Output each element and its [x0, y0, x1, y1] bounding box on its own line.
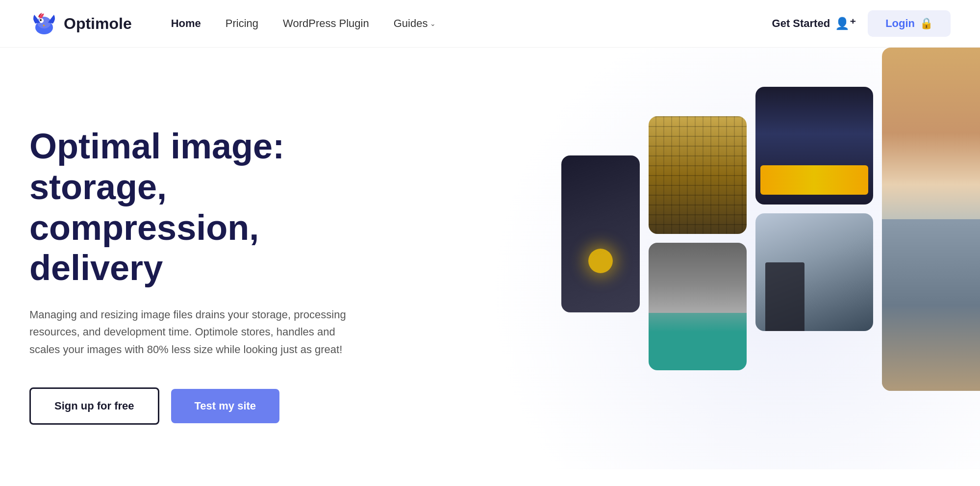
gallery-column-1: [561, 155, 640, 312]
hero-description: Managing and resizing image files drains…: [29, 306, 353, 358]
logo-text: Optimole: [64, 15, 132, 33]
nav-pricing[interactable]: Pricing: [226, 17, 258, 30]
hero-content: Optimal image: storage, compression, del…: [29, 87, 373, 425]
nav-wordpress-plugin[interactable]: WordPress Plugin: [283, 17, 369, 30]
login-label: Login: [885, 17, 915, 30]
gallery-column-3: [755, 87, 873, 331]
nav-guides[interactable]: Guides ⌄: [394, 17, 436, 30]
gallery-img-person: [561, 155, 640, 312]
gallery-img-train: [755, 87, 873, 205]
hero-section: Optimal image: storage, compression, del…: [0, 48, 980, 469]
gallery-img-coast: [882, 48, 980, 391]
header-actions: Get Started 👤⁺ Login 🔒: [772, 10, 951, 37]
main-nav: Home Pricing WordPress Plugin Guides ⌄: [171, 17, 772, 30]
header: Optimole Home Pricing WordPress Plugin G…: [0, 0, 980, 48]
gallery-img-building: [649, 116, 747, 234]
gallery-column-4: [882, 48, 980, 391]
lock-icon: 🔒: [920, 17, 933, 30]
gallery-column-2: [649, 116, 747, 370]
gallery-img-woman: [649, 243, 747, 370]
signup-button[interactable]: Sign up for free: [29, 387, 159, 425]
hero-title: Optimal image: storage, compression, del…: [29, 126, 373, 288]
hero-buttons: Sign up for free Test my site: [29, 387, 373, 425]
logo-icon: [29, 9, 59, 38]
nav-home[interactable]: Home: [171, 17, 201, 30]
login-button[interactable]: Login 🔒: [868, 10, 951, 37]
test-my-site-button[interactable]: Test my site: [171, 389, 280, 423]
hero-gallery: [529, 87, 980, 391]
get-started-label: Get Started: [772, 17, 830, 30]
person-plus-icon: 👤⁺: [835, 17, 856, 30]
logo-link[interactable]: Optimole: [29, 9, 132, 38]
get-started-button[interactable]: Get Started 👤⁺: [772, 17, 856, 30]
chevron-down-icon: ⌄: [430, 20, 436, 27]
gallery-img-architecture: [755, 213, 873, 331]
svg-point-3: [40, 19, 42, 21]
